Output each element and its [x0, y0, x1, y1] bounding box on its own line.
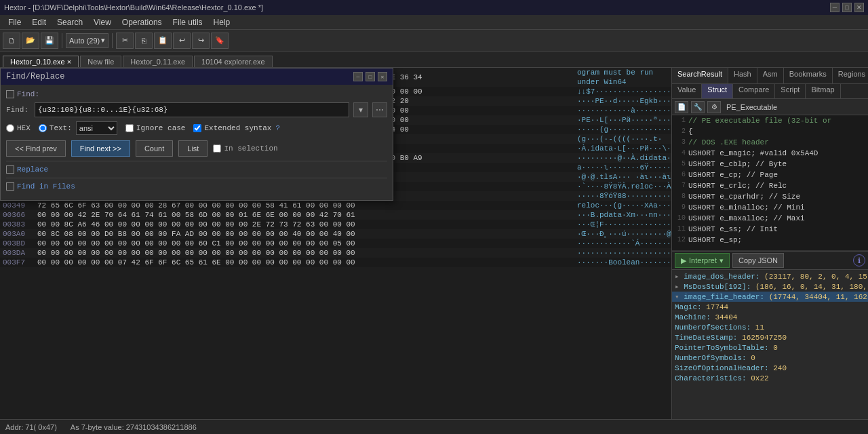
menu-help[interactable]: Help	[208, 16, 236, 28]
menu-view[interactable]: View	[88, 16, 117, 28]
struct-code: 1 // PE executable file (32-bit or 2 { 3…	[672, 115, 868, 245]
rpsubtab-bitmap[interactable]: Bitmap	[806, 84, 840, 98]
toolbar-undo[interactable]: ↩	[173, 33, 191, 49]
struct-tree[interactable]: ▸ image_dos_header: (23117, 80, 2, 0, 4,…	[672, 270, 868, 419]
find-section-label: Find:	[17, 90, 39, 98]
list-item[interactable]: SizeOfOptionalHeader: 240	[672, 363, 868, 373]
rp-tool2[interactable]: 🔧	[691, 101, 705, 113]
toolbar-copy[interactable]: ⎘	[135, 33, 153, 49]
tree-val: 11	[755, 323, 764, 332]
interpret-btn[interactable]: ▶ Interpret ▾	[675, 253, 730, 268]
toolbar-open[interactable]: 📂	[22, 33, 39, 49]
find-input[interactable]	[35, 102, 349, 117]
tree-key: image_dos_header:	[684, 273, 760, 281]
rpsubtab-struct[interactable]: Struct	[702, 84, 733, 98]
code-line: 12 USHORT e_sp;	[672, 235, 868, 245]
maximize-btn[interactable]: □	[842, 3, 852, 12]
count-btn[interactable]: Count	[136, 140, 173, 157]
menu-file-utils[interactable]: File utils	[167, 16, 208, 28]
rpsubtab-script[interactable]: Script	[775, 84, 806, 98]
find-dropdown-btn[interactable]: ▾	[353, 102, 368, 117]
dialog-maximize[interactable]: □	[366, 72, 375, 81]
find-replace-dialog: Find/Replace ─ □ ✕ Find: Find:	[0, 68, 393, 201]
list-item[interactable]: ▸ image_dos_header: (23117, 80, 2, 0, 4,…	[672, 271, 868, 281]
hex-bytes: 00 8C 08 00 00 D0 B8 00 00 00 FA AD 00 0…	[37, 229, 573, 239]
find-in-files-checkbox[interactable]	[6, 182, 14, 191]
info-icon[interactable]: ℹ	[853, 254, 865, 267]
code-line: 2 {	[672, 126, 868, 137]
in-selection-group: In selection	[213, 144, 277, 153]
menu-operations[interactable]: Operations	[117, 16, 167, 28]
tree-expand[interactable]: ▸	[675, 283, 684, 291]
toolbar-redo[interactable]: ↪	[192, 33, 210, 49]
menu-edit[interactable]: Edit	[26, 16, 52, 28]
list-item[interactable]: NumberOfSections: 11	[672, 322, 868, 332]
rpsubtab-value[interactable]: Value	[672, 84, 702, 98]
ignore-case-cb[interactable]	[125, 124, 134, 132]
rp-tool3[interactable]: ⚙	[707, 101, 721, 113]
tree-expand[interactable]: ▾	[675, 293, 684, 301]
tree-key: Characteristics:	[675, 374, 747, 382]
toolbar-sep2	[112, 33, 113, 48]
find-next-btn[interactable]: Find next >>	[71, 140, 130, 157]
list-item[interactable]: Magic: 17744	[672, 302, 868, 312]
rptab-regions[interactable]: Regions	[833, 68, 868, 83]
toolbar-auto-dropdown[interactable]: Auto (29) ▾	[66, 33, 108, 48]
close-btn[interactable]: ✕	[854, 3, 864, 12]
tree-val: 1625947250	[742, 334, 787, 342]
hex-ascii: a·····ι·······6Ÿ······6Ÿ	[573, 163, 671, 172]
replace-link[interactable]: Replace	[17, 165, 48, 174]
toolbar-paste[interactable]: 📋	[154, 33, 172, 49]
toolbar-new[interactable]: 🗋	[3, 33, 20, 49]
tab-newfile[interactable]: New file	[80, 56, 121, 67]
hex-editor[interactable]: 00057 6F 67 72 61 6D 20 6D 75 73 74 20 6…	[0, 68, 671, 419]
menu-file[interactable]: File	[3, 16, 26, 28]
rptab-hash[interactable]: Hash	[728, 68, 757, 83]
text-format-select[interactable]: ansi unicode utf-8	[76, 121, 117, 135]
rptab-asm[interactable]: Asm	[757, 68, 784, 83]
list-item[interactable]: NumberOfSymbols: 0	[672, 353, 868, 363]
dialog-minimize[interactable]: ─	[353, 72, 363, 81]
toolbar-bookmark[interactable]: 🔖	[211, 33, 229, 49]
main-layout: 00057 6F 67 72 61 6D 20 6D 75 73 74 20 6…	[0, 68, 868, 419]
dialog-close[interactable]: ✕	[378, 72, 387, 81]
replace-checkbox[interactable]	[6, 165, 14, 174]
tab-hextor010[interactable]: Hextor_0.10.exe ×	[3, 56, 79, 67]
hex-radio-group: HEX	[6, 124, 31, 132]
text-radio[interactable]	[39, 124, 47, 132]
find-in-files-link[interactable]: Find in Files	[17, 182, 75, 191]
tab-explorer[interactable]: 10104 explorer.exe	[194, 56, 273, 67]
interpret-dropdown[interactable]: ▾	[719, 256, 724, 265]
list-item[interactable]: Machine: 34404	[672, 312, 868, 322]
hex-radio[interactable]	[6, 124, 14, 132]
list-item[interactable]: Characteristics: 0x22	[672, 373, 868, 383]
find-options-btn[interactable]: ⋯	[372, 102, 387, 117]
menu-search[interactable]: Search	[52, 16, 88, 28]
help-icon[interactable]: ?	[275, 124, 280, 132]
rptab-searchresult[interactable]: SearchResult	[672, 68, 728, 83]
list-item[interactable]: ▾ image_file_header: (17744, 34404, 11, …	[672, 292, 868, 302]
table-row: 003A0 00 8C 08 00 00 D0 B8 00 00 00 FA A…	[0, 229, 671, 239]
rptab-bookmarks[interactable]: Bookmarks	[784, 68, 833, 83]
hex-ascii: ············`Á············	[573, 239, 671, 248]
extended-syntax-cb[interactable]	[193, 124, 201, 132]
in-selection-cb[interactable]	[213, 144, 221, 153]
struct-code-area[interactable]: 1 // PE executable file (32-bit or 2 { 3…	[672, 115, 868, 251]
list-item[interactable]: TimeDateStamp: 1625947250	[672, 332, 868, 342]
rpsubtab-compare[interactable]: Compare	[733, 84, 775, 98]
minimize-btn[interactable]: ─	[830, 3, 840, 12]
copy-json-btn[interactable]: Copy JSON	[732, 253, 784, 268]
tab-hextor011[interactable]: Hextor_0.11.exe	[123, 56, 193, 67]
toolbar-save[interactable]: 💾	[41, 33, 58, 49]
toolbar-cut[interactable]: ✂	[116, 33, 134, 49]
tree-expand[interactable]: ▸	[675, 273, 684, 281]
find-prev-btn[interactable]: << Find prev	[6, 140, 66, 157]
list-btn[interactable]: List	[178, 140, 208, 157]
find-checkbox[interactable]	[6, 90, 14, 98]
hex-bytes: 00 00 00 42 2E 70 64 61 74 61 00 58 6D 0…	[37, 210, 573, 220]
rp-tool1[interactable]: 📄	[675, 101, 688, 113]
tree-key: SizeOfOptionalHeader:	[675, 364, 769, 372]
list-item[interactable]: ▸ MsDosStub[192]: (186, 16, 0, 14, 31, 1…	[672, 281, 868, 292]
list-item[interactable]: PointerToSymbolTable: 0	[672, 342, 868, 353]
code-line: 8 USHORT e_cparhdr; // Size	[672, 191, 868, 202]
